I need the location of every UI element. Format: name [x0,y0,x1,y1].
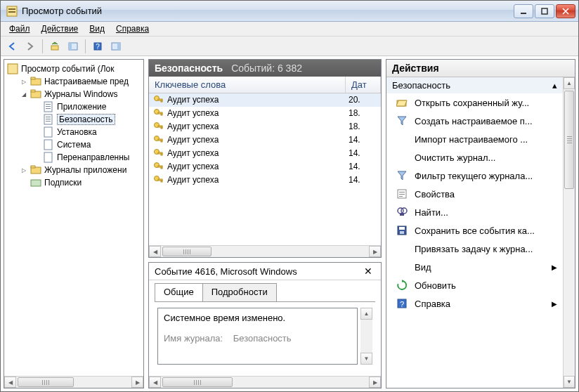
action-item[interactable]: Вид▶ [386,258,563,276]
scroll-down-icon[interactable]: ▼ [564,376,575,388]
action-item[interactable]: Привязать задачу к журна... [386,240,563,258]
actions-vscroll[interactable]: ▲ ▼ [563,77,575,388]
col-date[interactable]: Дат [346,77,381,93]
svg-rect-28 [44,140,52,150]
detail-hscroll[interactable]: ◀ ▶ [149,376,381,388]
tree-security[interactable]: Безопасность [31,113,142,126]
detail-vscroll[interactable]: ▲ ▼ [360,308,372,365]
event-text: Аудит успеха [167,148,344,158]
actions-panel: Действия Безопасность ▴ Открыть сохранен… [386,59,575,388]
tree-forwarded-label: Перенаправленны [57,152,129,162]
expand-icon[interactable]: ▷ [20,78,27,86]
svg-rect-13 [117,43,120,50]
forward-button[interactable] [22,39,39,54]
show-hide-tree-button[interactable] [65,39,82,54]
key-icon [153,122,163,131]
tree-subscriptions[interactable]: Подписки [18,176,142,189]
help-button[interactable]: ? [89,39,106,54]
action-item[interactable]: Свойства [386,185,563,203]
events-hscroll[interactable]: ◀ ▶ [149,245,381,257]
find-icon [396,207,408,218]
scroll-left-icon[interactable]: ◀ [149,246,161,257]
event-row[interactable]: Аудит успеха14. [149,147,381,160]
maximize-button[interactable] [535,4,554,18]
detail-panel: Событие 4616, Microsoft Windows ✕ Общие … [148,262,382,388]
svg-rect-64 [400,231,404,234]
action-item[interactable]: Создать настраиваемое п... [386,112,563,130]
expand-icon[interactable]: ▷ [20,166,27,174]
collapse-icon[interactable]: ◢ [20,91,27,98]
folder-icon [30,164,41,176]
close-detail-button[interactable]: ✕ [361,266,375,277]
action-item[interactable]: Обновить [386,276,563,294]
tab-general[interactable]: Общие [155,283,203,301]
event-date: 14. [349,135,377,145]
event-text: Аудит успеха [167,122,344,131]
menu-action[interactable]: Действие [37,22,83,35]
tree-system-label: Система [57,140,91,150]
tree-app-logs[interactable]: ▷ Журналы приложени [18,164,142,176]
tree-system[interactable]: Система [31,138,142,151]
scroll-up-icon[interactable]: ▲ [360,308,372,320]
action-item[interactable]: Сохранить все события ка... [386,221,563,240]
tree-windows-logs[interactable]: ◢ Журналы Windows [18,88,142,100]
tree-forwarded[interactable]: Перенаправленны [31,151,142,164]
log-icon [43,101,54,112]
event-row[interactable]: Аудит успеха18. [149,120,381,133]
action-item[interactable]: Импорт настраиваемого ... [386,130,563,148]
tree-subs-label: Подписки [44,178,82,188]
svg-rect-31 [31,166,35,168]
events-list[interactable]: Аудит успеха20.Аудит успеха18.Аудит успе… [149,93,381,245]
blank-icon [396,243,408,254]
menu-file[interactable]: Файл [5,22,34,35]
event-date: 14. [349,175,377,185]
key-icon [153,175,163,185]
blank-icon [396,133,408,145]
event-row[interactable]: Аудит успеха14. [149,133,381,147]
scroll-left-icon[interactable]: ◀ [149,377,161,388]
blank-icon [396,152,408,163]
log-icon [43,114,54,125]
action-item[interactable]: ?Справка▶ [386,294,563,313]
svg-rect-38 [161,114,162,115]
scroll-right-icon[interactable]: ▶ [369,246,381,257]
col-keywords[interactable]: Ключевые слова [149,77,346,93]
actions-section-header[interactable]: Безопасность ▴ [386,77,563,93]
action-item[interactable]: Фильтр текущего журнала... [386,166,563,185]
up-button[interactable] [46,39,63,54]
tree-root[interactable]: Просмотр событий (Лок [6,63,142,75]
blank-icon [396,261,408,273]
tab-details[interactable]: Подробности [202,283,277,301]
submenu-arrow-icon: ▶ [552,300,557,308]
svg-rect-26 [46,121,51,122]
scroll-up-icon[interactable]: ▲ [564,77,575,89]
action-item[interactable]: Открыть сохраненный жу... [386,93,563,112]
event-text: Аудит успеха [167,108,344,118]
scroll-left-icon[interactable]: ◀ [4,377,16,388]
log-icon [43,139,54,150]
tree-hscroll[interactable]: ◀ ▶ [4,376,143,388]
minimize-button[interactable] [514,4,533,18]
refresh-icon [396,280,408,291]
svg-point-60 [401,208,407,214]
menu-view[interactable]: Вид [85,22,109,35]
tree-application[interactable]: Приложение [31,100,142,113]
action-item[interactable]: Найти... [386,203,563,221]
detail-line-1: Системное время изменено. [164,313,351,323]
event-row[interactable]: Аудит успеха18. [149,107,381,120]
action-item[interactable]: Очистить журнал... [386,148,563,166]
menu-help[interactable]: Справка [112,22,153,35]
scroll-right-icon[interactable]: ▶ [131,377,143,388]
event-row[interactable]: Аудит успеха14. [149,174,381,187]
close-button[interactable] [556,4,575,18]
tree-custom-views[interactable]: ▷ Настраиваемые пред [18,75,142,88]
props-icon [396,188,408,200]
scroll-down-icon[interactable]: ▼ [360,353,372,365]
back-button[interactable] [4,39,20,54]
show-hide-actions-button[interactable] [108,39,124,54]
filter-icon [396,170,408,181]
scroll-right-icon[interactable]: ▶ [369,377,381,388]
event-row[interactable]: Аудит успеха20. [149,93,381,107]
tree-setup[interactable]: Установка [31,126,142,138]
event-row[interactable]: Аудит успеха14. [149,160,381,174]
